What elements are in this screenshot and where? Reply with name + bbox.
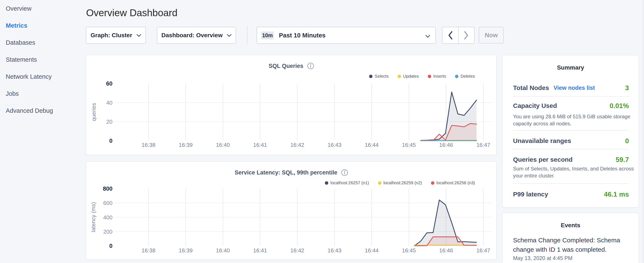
summary-row-total-nodes: Total Nodes View nodes list 3 xyxy=(513,84,629,92)
y-tick-label: 0 xyxy=(109,243,112,249)
x-tick-label: 16:45 xyxy=(402,247,416,254)
toolbar-divider xyxy=(247,26,248,44)
dashboard-dropdown-label: Dashboard: Overview xyxy=(161,32,222,39)
y-tick-label: 60 xyxy=(106,80,112,87)
chevron-down-icon xyxy=(426,35,430,38)
graph-scope-dropdown[interactable]: Graph: Cluster xyxy=(86,27,146,44)
chart-panel-service-latency: Service Latency: SQL, 99th percentile lo… xyxy=(86,161,497,260)
view-nodes-list-link[interactable]: View nodes list xyxy=(554,85,595,91)
events-panel: Events Schema Change Completed: Schema c… xyxy=(502,212,639,263)
y-tick-label: 200 xyxy=(103,228,112,235)
summary-row-label: Total Nodes xyxy=(513,84,549,92)
chevron-down-icon xyxy=(227,34,232,37)
x-tick-label: 16:47 xyxy=(476,142,490,148)
x-tick-label: 16:45 xyxy=(402,142,416,148)
time-window-badge: 10m xyxy=(261,32,274,39)
summary-divider xyxy=(513,96,629,97)
x-tick-label: 16:44 xyxy=(365,247,379,254)
x-tick-label: 16:40 xyxy=(216,142,230,148)
sidebar-nav: Overview Metrics Databases Statements Ne… xyxy=(6,0,53,119)
summary-row-label: Queries per second xyxy=(513,156,572,163)
time-next-button[interactable] xyxy=(458,27,474,43)
summary-row-label: P99 latency xyxy=(513,191,548,198)
y-tick-label: 800 xyxy=(103,185,112,192)
sidebar-item-databases[interactable]: Databases xyxy=(6,34,53,51)
x-tick-label: 16:40 xyxy=(216,247,230,254)
service-latency-chart: 16:3816:3916:4016:4116:4216:4316:4416:45… xyxy=(86,162,497,260)
dashboard-dropdown[interactable]: Dashboard: Overview xyxy=(157,27,236,44)
time-prev-button[interactable] xyxy=(442,27,458,43)
summary-row-value: 59.7 xyxy=(616,156,629,164)
chart-panel-sql-queries: SQL Queries SelectsUpdatesInsertsDeletes… xyxy=(86,55,497,155)
summary-row-unavailable-ranges: Unavailable ranges 0 xyxy=(513,137,629,145)
x-tick-label: 16:43 xyxy=(328,247,342,254)
sidebar-item-jobs[interactable]: Jobs xyxy=(6,85,53,102)
x-tick-label: 16:42 xyxy=(290,247,304,254)
summary-row-value: 0 xyxy=(625,137,629,145)
sidebar: Overview Metrics Databases Statements Ne… xyxy=(0,0,81,263)
summary-divider xyxy=(513,130,629,131)
x-tick-label: 16:38 xyxy=(142,247,156,254)
x-tick-label: 16:46 xyxy=(439,247,453,254)
y-tick-label: 0 xyxy=(109,138,112,144)
summary-row-value: 46.1 ms xyxy=(604,190,629,198)
y-tick-label: 40 xyxy=(106,100,112,106)
x-tick-label: 16:43 xyxy=(328,142,342,148)
chevron-down-icon xyxy=(136,34,141,37)
summary-row-queries-per-second: Queries per second 59.7 xyxy=(513,155,629,164)
sql-queries-chart: 16:3816:3916:4016:4116:4216:4316:4416:45… xyxy=(86,55,497,156)
sidebar-item-metrics[interactable]: Metrics xyxy=(6,17,53,34)
x-tick-label: 16:47 xyxy=(476,247,490,254)
y-tick-label: 20 xyxy=(106,119,112,125)
summary-row-label: Unavailable ranges xyxy=(513,137,571,144)
time-window-label: Past 10 Minutes xyxy=(279,32,326,39)
summary-panel: Summary Total Nodes View nodes list 3 Ca… xyxy=(502,55,639,208)
x-tick-label: 16:41 xyxy=(253,142,267,148)
summary-row-value: 0.01% xyxy=(610,102,629,110)
x-tick-label: 16:41 xyxy=(253,247,267,254)
event-item-timestamp: May 13, 2020 at 4:45 PM xyxy=(513,255,572,261)
chevron-left-icon xyxy=(448,31,452,40)
summary-row-value: 3 xyxy=(625,84,629,92)
time-pager xyxy=(442,27,474,44)
sidebar-item-overview[interactable]: Overview xyxy=(6,0,53,17)
x-tick-label: 16:42 xyxy=(290,142,304,148)
page-title: Overview Dashboard xyxy=(86,7,178,19)
summary-row-desc: You are using 28.6 MiB of 515.9 GiB usab… xyxy=(513,113,635,127)
y-tick-label: 600 xyxy=(103,200,112,206)
y-axis-label: queries xyxy=(90,103,97,121)
scrollbar-gutter[interactable] xyxy=(642,0,644,263)
y-tick-label: 400 xyxy=(103,214,112,221)
sidebar-item-network-latency[interactable]: Network Latency xyxy=(6,68,53,85)
event-item-text[interactable]: Schema Change Completed: Schema change w… xyxy=(513,235,629,254)
time-window-selector[interactable]: 10m Past 10 Minutes xyxy=(256,27,436,44)
sidebar-item-advanced-debug[interactable]: Advanced Debug xyxy=(6,102,53,119)
graph-scope-dropdown-label: Graph: Cluster xyxy=(90,32,132,39)
x-tick-label: 16:39 xyxy=(179,142,193,148)
summary-row-label: Capacity Used xyxy=(513,102,557,109)
chevron-right-icon xyxy=(464,31,468,40)
y-axis-label: latency (ms) xyxy=(90,202,96,232)
summary-title: Summary xyxy=(502,64,638,71)
sidebar-item-statements[interactable]: Statements xyxy=(6,51,53,68)
events-title: Events xyxy=(502,222,638,229)
x-tick-label: 16:44 xyxy=(365,142,379,148)
x-tick-label: 16:46 xyxy=(439,142,453,148)
x-tick-label: 16:39 xyxy=(179,247,193,254)
now-button[interactable]: Now xyxy=(479,27,504,43)
summary-divider xyxy=(513,149,629,149)
summary-row-p99-latency: P99 latency 46.1 ms xyxy=(513,190,629,198)
summary-divider xyxy=(513,183,629,184)
x-tick-label: 16:38 xyxy=(142,142,156,148)
summary-row-capacity-used: Capacity Used 0.01% xyxy=(513,102,629,110)
summary-row-desc: Sum of Selects, Updates, Inserts, and De… xyxy=(513,165,635,179)
